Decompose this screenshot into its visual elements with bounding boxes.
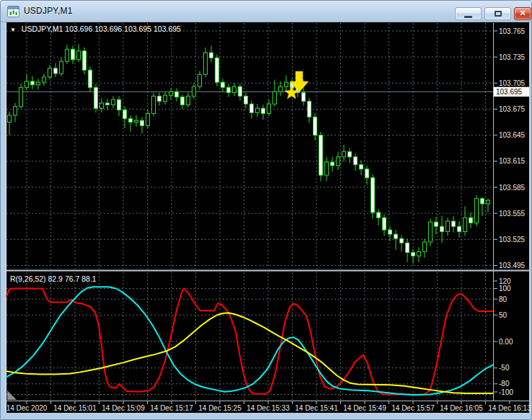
candle (389, 230, 392, 234)
candle (169, 91, 173, 95)
time-axis-label: 14 Dec 15:01 (53, 404, 97, 412)
price-tick-label: 103.525 (499, 236, 526, 243)
candle (365, 169, 369, 178)
candle (146, 114, 150, 126)
candle (19, 87, 23, 107)
price-tick-label: 103.615 (499, 157, 526, 165)
candle (123, 110, 127, 119)
indicator-tick-label: -100 (499, 388, 513, 396)
candle (279, 86, 283, 91)
candle (77, 51, 81, 60)
candle (60, 61, 63, 73)
indicator-tick-label: 50 (499, 311, 507, 319)
time-axis-label: 14 Dec 15:33 (247, 404, 290, 412)
candle (118, 99, 121, 110)
candle (106, 103, 110, 104)
candle (14, 107, 17, 115)
chart-canvas[interactable]: 103.765103.735103.705103.675103.645103.6… (1, 1, 532, 420)
candle (400, 238, 404, 243)
close-button[interactable]: ✕ (514, 7, 531, 20)
candle (37, 82, 40, 85)
price-tick-label: 103.585 (499, 184, 526, 192)
candle (394, 234, 398, 238)
candle (227, 87, 231, 92)
indicator-tick-label: 120 (499, 277, 511, 285)
indicator-plot[interactable] (6, 272, 493, 401)
candle (71, 49, 75, 59)
time-axis-label: 14 Dec 15:09 (102, 404, 145, 412)
candle (112, 99, 115, 104)
close-icon: ✕ (515, 9, 531, 18)
candle (233, 86, 236, 92)
candle (435, 222, 438, 226)
symbol-dropdown-icon[interactable]: ▼ (10, 27, 16, 33)
header-symbol-period: USDJPY,M1 (22, 24, 63, 33)
time-axis-label: 14 Dec 15:25 (198, 404, 241, 412)
candle (406, 243, 409, 252)
candle (216, 58, 219, 82)
candle (54, 68, 58, 73)
time-axis-label: 14 Dec 15:57 (391, 404, 435, 412)
candle (187, 96, 190, 104)
minimize-button[interactable] (455, 7, 482, 20)
time-axis-label: 14 Dec 2020 (6, 404, 48, 412)
panel-splitter-shadow (6, 269, 529, 269)
candle (83, 51, 87, 71)
candle (475, 199, 479, 223)
candle (204, 53, 208, 74)
panel-splitter[interactable] (6, 270, 529, 272)
candle (342, 152, 346, 157)
title-bar[interactable]: USDJPY,M1 ✕ (1, 1, 531, 22)
chart-ohlc-header: ▼ USDJPY,M1 103.696 103.696 103.695 103.… (10, 24, 181, 33)
candle (481, 199, 484, 204)
candle (244, 96, 248, 104)
time-axis-label: 14 Dec 15:41 (295, 404, 338, 412)
candle (331, 162, 334, 166)
price-tick-label: 103.675 (499, 105, 526, 113)
time-axis-label: 14 Dec 16:13 (488, 404, 531, 412)
current-price-label: 103.695 (496, 88, 523, 96)
indicator-tick-label: 100 (499, 285, 511, 292)
price-tick-label: 103.735 (499, 53, 526, 61)
candle (164, 95, 167, 101)
candle (192, 86, 196, 96)
candle (158, 96, 161, 101)
candle (181, 97, 185, 105)
candle (440, 226, 444, 231)
candle (100, 103, 104, 108)
candle (221, 82, 225, 87)
candle (94, 87, 98, 108)
candle (25, 81, 29, 87)
window-title: USDJPY,M1 (24, 6, 73, 16)
candle (429, 222, 433, 242)
candle (377, 213, 381, 218)
candle (383, 218, 386, 230)
candle (210, 53, 213, 58)
candle (198, 74, 202, 86)
candle (135, 120, 138, 122)
price-tick-label: 103.765 (499, 27, 526, 35)
maximize-button[interactable] (484, 7, 511, 20)
price-tick-label: 103.645 (499, 131, 526, 139)
candle (273, 91, 277, 104)
chart-window-icon (7, 6, 19, 17)
candle (48, 68, 52, 77)
price-tick-label: 103.495 (499, 262, 526, 269)
candle (262, 108, 265, 113)
minimize-icon (464, 16, 472, 18)
candle (314, 117, 317, 135)
candle (464, 218, 467, 231)
candle (250, 104, 254, 112)
candle (31, 81, 35, 85)
candle (267, 104, 271, 113)
candle (423, 242, 427, 251)
candle (43, 77, 46, 82)
candle (302, 93, 306, 102)
candle (469, 218, 473, 223)
time-axis-label: 14 Dec 15:17 (150, 404, 193, 412)
candle (452, 221, 456, 226)
chart-window: 103.765103.735103.705103.675103.645103.6… (0, 0, 532, 420)
maximize-icon (495, 11, 502, 17)
price-tick-label: 103.555 (499, 210, 526, 218)
candle (487, 200, 490, 204)
